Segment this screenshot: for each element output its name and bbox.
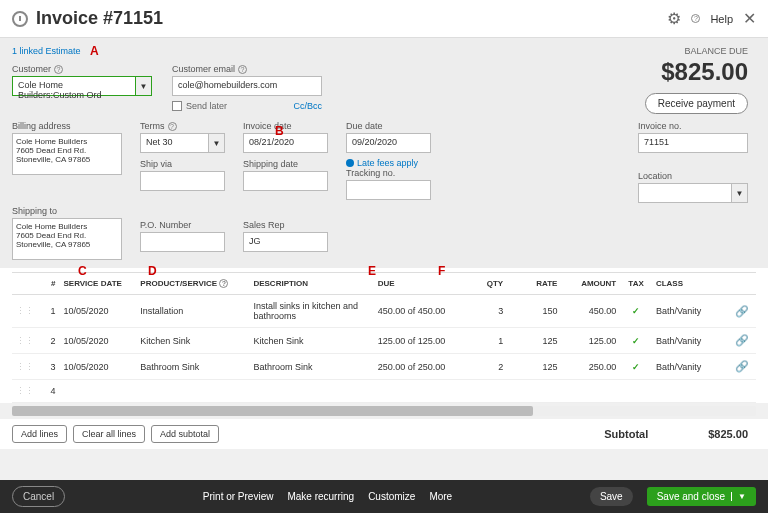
ship-via-input[interactable] — [140, 171, 225, 191]
drag-handle-icon[interactable]: ⋮⋮ — [12, 380, 41, 403]
location-label: Location — [638, 171, 748, 181]
customer-help-icon[interactable]: ? — [54, 65, 63, 74]
help-link[interactable]: Help — [710, 13, 733, 25]
shipping-date-input[interactable] — [243, 171, 328, 191]
link-icon[interactable]: 🔗 — [735, 334, 749, 346]
row-class[interactable]: Bath/Vanity — [652, 354, 731, 380]
billing-address-input[interactable]: Cole Home Builders 7605 Dead End Rd. Sto… — [12, 133, 122, 175]
terms-help-icon[interactable]: ? — [168, 122, 177, 131]
row-num: 2 — [41, 328, 59, 354]
receive-payment-button[interactable]: Receive payment — [645, 93, 748, 114]
row-class[interactable]: Bath/Vanity — [652, 295, 731, 328]
more-link[interactable]: More — [429, 491, 452, 502]
make-recurring-link[interactable]: Make recurring — [287, 491, 354, 502]
col-tax: TAX — [620, 273, 652, 295]
row-date[interactable]: 10/05/2020 — [59, 328, 136, 354]
ccbcc-link[interactable]: Cc/Bcc — [293, 101, 322, 111]
linked-estimate-link[interactable]: 1 linked Estimate — [12, 46, 756, 56]
balance-due-amount: $825.00 — [661, 58, 748, 86]
row-product[interactable]: Installation — [136, 295, 249, 328]
row-qty[interactable]: 3 — [466, 295, 507, 328]
add-lines-button[interactable]: Add lines — [12, 425, 67, 443]
terms-value[interactable]: Net 30 — [140, 133, 209, 153]
chevron-down-icon[interactable]: ▼ — [731, 492, 746, 501]
row-tax[interactable] — [620, 380, 652, 403]
customize-link[interactable]: Customize — [368, 491, 415, 502]
chevron-down-icon[interactable]: ▼ — [732, 183, 748, 203]
po-input[interactable] — [140, 232, 225, 252]
gear-icon[interactable]: ⚙ — [667, 9, 681, 28]
table-row[interactable]: ⋮⋮110/05/2020InstallationInstall sinks i… — [12, 295, 756, 328]
row-date[interactable]: 10/05/2020 — [59, 295, 136, 328]
terms-dropdown[interactable]: Net 30 ▼ — [140, 133, 225, 153]
due-date-input[interactable]: 09/20/2020 — [346, 133, 431, 153]
clear-all-lines-button[interactable]: Clear all lines — [73, 425, 145, 443]
row-rate[interactable]: 125 — [507, 354, 561, 380]
invoice-date-input[interactable]: 08/21/2020 — [243, 133, 328, 153]
history-icon[interactable] — [12, 11, 28, 27]
row-rate[interactable]: 150 — [507, 295, 561, 328]
shipping-address-input[interactable]: Cole Home Builders 7605 Dead End Rd. Sto… — [12, 218, 122, 260]
row-product[interactable]: Bathroom Sink — [136, 354, 249, 380]
invoice-no-input[interactable]: 71151 — [638, 133, 748, 153]
table-row[interactable]: ⋮⋮310/05/2020Bathroom SinkBathroom Sink2… — [12, 354, 756, 380]
row-amount[interactable] — [561, 380, 620, 403]
chevron-down-icon[interactable]: ▼ — [136, 76, 152, 96]
close-icon[interactable]: ✕ — [743, 9, 756, 28]
row-desc[interactable]: Bathroom Sink — [249, 354, 373, 380]
row-desc[interactable]: Kitchen Sink — [249, 328, 373, 354]
customer-dropdown[interactable]: Cole Home Builders:Custom Ord ▼ — [12, 76, 152, 96]
row-class[interactable] — [652, 380, 731, 403]
row-link[interactable]: 🔗 — [731, 354, 756, 380]
row-rate[interactable]: 125 — [507, 328, 561, 354]
row-product[interactable] — [136, 380, 249, 403]
customer-value[interactable]: Cole Home Builders:Custom Ord — [12, 76, 136, 96]
sales-rep-input[interactable]: JG — [243, 232, 328, 252]
row-amount[interactable]: 250.00 — [561, 354, 620, 380]
save-and-close-button[interactable]: Save and close ▼ — [647, 487, 756, 506]
row-tax[interactable]: ✓ — [620, 354, 652, 380]
chevron-down-icon[interactable]: ▼ — [209, 133, 225, 153]
location-dropdown[interactable]: ▼ — [638, 183, 748, 203]
link-icon[interactable]: 🔗 — [735, 305, 749, 317]
table-row[interactable]: ⋮⋮4 — [12, 380, 756, 403]
add-subtotal-button[interactable]: Add subtotal — [151, 425, 219, 443]
row-desc[interactable]: Install sinks in kitchen and bathrooms — [249, 295, 373, 328]
late-fee-link[interactable]: Late fees apply — [346, 158, 431, 168]
row-link[interactable]: 🔗 — [731, 295, 756, 328]
send-later-checkbox[interactable] — [172, 101, 182, 111]
cancel-button[interactable]: Cancel — [12, 486, 65, 507]
row-link[interactable] — [731, 380, 756, 403]
scrollbar-thumb[interactable] — [12, 406, 533, 416]
horizontal-scrollbar[interactable] — [12, 406, 756, 416]
table-row[interactable]: ⋮⋮210/05/2020Kitchen SinkKitchen Sink125… — [12, 328, 756, 354]
drag-handle-icon[interactable]: ⋮⋮ — [12, 354, 41, 380]
row-tax[interactable]: ✓ — [620, 328, 652, 354]
row-amount[interactable]: 125.00 — [561, 328, 620, 354]
row-product[interactable]: Kitchen Sink — [136, 328, 249, 354]
row-date[interactable]: 10/05/2020 — [59, 354, 136, 380]
print-preview-link[interactable]: Print or Preview — [203, 491, 274, 502]
send-later-label: Send later — [186, 101, 227, 111]
save-button[interactable]: Save — [590, 487, 633, 506]
product-help-icon[interactable]: ? — [219, 279, 228, 288]
location-value[interactable] — [638, 183, 732, 203]
row-class[interactable]: Bath/Vanity — [652, 328, 731, 354]
row-desc[interactable] — [249, 380, 373, 403]
line-items-table: # SERVICE DATE PRODUCT/SERVICE ? DESCRIP… — [12, 272, 756, 403]
row-amount[interactable]: 450.00 — [561, 295, 620, 328]
row-qty[interactable]: 1 — [466, 328, 507, 354]
link-icon[interactable]: 🔗 — [735, 360, 749, 372]
help-qmark-icon[interactable]: ? — [691, 14, 700, 23]
row-link[interactable]: 🔗 — [731, 328, 756, 354]
drag-handle-icon[interactable]: ⋮⋮ — [12, 295, 41, 328]
email-help-icon[interactable]: ? — [238, 65, 247, 74]
customer-email-input[interactable]: cole@homebuilders.com — [172, 76, 322, 96]
row-qty[interactable]: 2 — [466, 354, 507, 380]
row-rate[interactable] — [507, 380, 561, 403]
tracking-input[interactable] — [346, 180, 431, 200]
row-date[interactable] — [59, 380, 136, 403]
row-qty[interactable] — [466, 380, 507, 403]
row-tax[interactable]: ✓ — [620, 295, 652, 328]
drag-handle-icon[interactable]: ⋮⋮ — [12, 328, 41, 354]
